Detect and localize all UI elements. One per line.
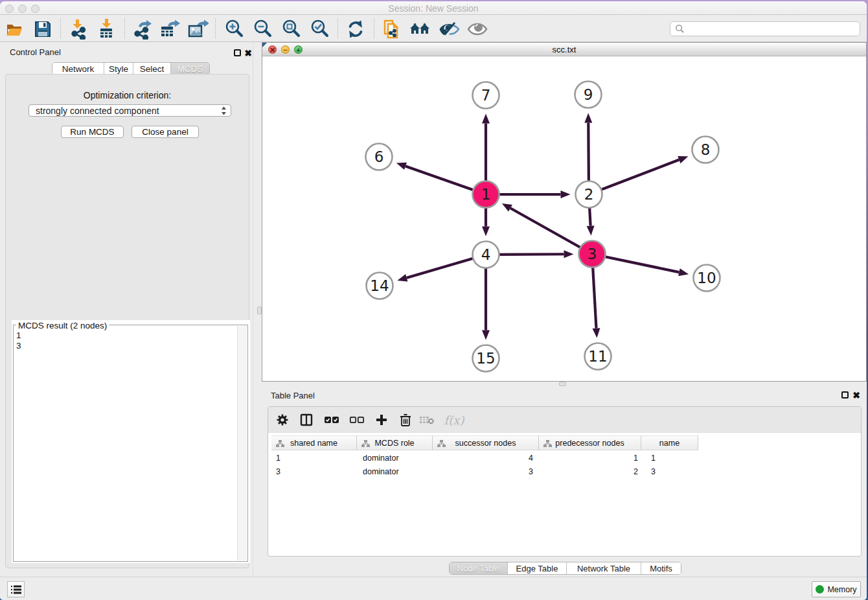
export-image-icon bbox=[187, 18, 209, 40]
application-window: Session: New Session bbox=[0, 1, 867, 600]
save-session-button[interactable] bbox=[31, 17, 54, 41]
graph-node-label: 9 bbox=[584, 86, 593, 103]
mcds-result-list[interactable]: 13 bbox=[16, 330, 21, 351]
search-input[interactable] bbox=[687, 24, 860, 34]
list-icon bbox=[11, 585, 21, 594]
mcds-result-fieldset: MCDS result (2 nodes) 13 bbox=[13, 325, 248, 562]
export-image-button[interactable] bbox=[186, 17, 209, 41]
export-network-button[interactable] bbox=[131, 17, 154, 41]
export-table-button[interactable] bbox=[158, 17, 181, 41]
column-header-name[interactable]: name bbox=[641, 435, 698, 450]
delete-table-icon bbox=[419, 415, 435, 425]
graph-node-label: 11 bbox=[588, 348, 607, 365]
close-panel-button[interactable]: Close panel bbox=[131, 126, 199, 138]
toolbar-separator bbox=[124, 18, 125, 40]
apply-layout-button[interactable] bbox=[344, 17, 367, 41]
cell-predecessor-nodes: 2 bbox=[539, 465, 638, 478]
graph-node-label: 1 bbox=[481, 186, 491, 203]
column-header-successor-nodes[interactable]: successor nodes bbox=[433, 435, 539, 450]
tab-style[interactable]: Style bbox=[104, 63, 133, 75]
select-all-button[interactable] bbox=[321, 410, 342, 430]
control-panel-float-button[interactable] bbox=[234, 49, 241, 56]
checked-boxes-icon bbox=[324, 415, 339, 425]
unchecked-boxes-icon bbox=[349, 415, 365, 425]
tab-network-table[interactable]: Network Table bbox=[567, 562, 641, 574]
zoom-fit-button[interactable] bbox=[280, 17, 303, 41]
cell-predecessor-nodes: 1 bbox=[539, 451, 638, 465]
table-row[interactable]: 3 dominator 3 2 3 bbox=[269, 465, 696, 478]
control-panel-close-button[interactable]: ✖ bbox=[244, 49, 253, 58]
add-row-button[interactable] bbox=[371, 410, 392, 430]
graph-edge[interactable] bbox=[589, 160, 679, 194]
toolbar-separator bbox=[374, 18, 374, 40]
first-neighbors-button[interactable] bbox=[408, 17, 431, 41]
zoom-out-button[interactable] bbox=[251, 17, 275, 41]
delete-row-button[interactable] bbox=[395, 410, 416, 430]
toolbar-separator bbox=[337, 18, 338, 40]
deselect-all-button[interactable] bbox=[347, 410, 367, 430]
search-icon bbox=[675, 24, 685, 34]
vertical-splitter-handle[interactable] bbox=[257, 306, 262, 314]
cell-shared-name: 3 bbox=[276, 465, 354, 478]
table-tabs: Node Table Edge Table Network Table Moti… bbox=[449, 562, 681, 575]
new-network-from-selection-button[interactable] bbox=[380, 17, 404, 41]
first-neighbors-icon bbox=[409, 18, 431, 40]
graph-node-label: 14 bbox=[370, 277, 389, 294]
column-label: shared name bbox=[290, 439, 337, 448]
mcds-result-scrollbar[interactable] bbox=[237, 326, 247, 560]
network-graph-canvas[interactable]: 1234678910111415 bbox=[262, 57, 866, 381]
run-mcds-button[interactable]: Run MCDS bbox=[61, 126, 124, 138]
table-panel: Table Panel ✖ bbox=[262, 386, 867, 577]
zoom-in-button[interactable] bbox=[223, 17, 246, 41]
select-chevrons-icon bbox=[221, 106, 227, 115]
network-window-title: scc.txt bbox=[262, 45, 866, 54]
graph-edge-arrowhead bbox=[678, 156, 688, 163]
desktop: { "window": { "title": "Session: New Ses… bbox=[0, 0, 868, 600]
cell-successor-nodes: 4 bbox=[433, 451, 533, 465]
graph-edge-arrowhead bbox=[482, 330, 490, 340]
trash-icon bbox=[400, 413, 411, 426]
attribute-icon bbox=[437, 439, 446, 448]
network-window-titlebar[interactable]: ✕ − + scc.txt bbox=[262, 43, 866, 56]
search-field[interactable] bbox=[670, 21, 860, 36]
graph-node-label: 15 bbox=[476, 350, 495, 367]
show-column-button[interactable] bbox=[296, 410, 317, 430]
graph-edge-arrowhead bbox=[482, 227, 490, 237]
tab-network[interactable]: Network bbox=[52, 63, 104, 75]
table-panel-close-button[interactable]: ✖ bbox=[852, 391, 861, 400]
save-session-icon bbox=[34, 20, 52, 38]
graph-node-label: 3 bbox=[588, 246, 597, 262]
graph-edge-arrowhead bbox=[396, 163, 407, 170]
network-view-window: ✕ − + scc.txt 1234678910111415 bbox=[262, 42, 867, 382]
table-panel-float-button[interactable] bbox=[841, 391, 849, 398]
graph-edge-arrowhead bbox=[564, 250, 573, 258]
delete-table-button[interactable] bbox=[417, 410, 437, 430]
table-row[interactable]: 1 dominator 4 1 1 bbox=[269, 451, 696, 465]
plus-icon bbox=[375, 413, 388, 426]
tab-node-table[interactable]: Node Table bbox=[450, 562, 508, 574]
task-history-button[interactable] bbox=[7, 581, 25, 597]
column-header-mcds-role[interactable]: MCDS role bbox=[357, 435, 433, 450]
column-header-predecessor-nodes[interactable]: predecessor nodes bbox=[539, 435, 641, 450]
import-table-button[interactable] bbox=[95, 17, 118, 41]
tab-edge-table[interactable]: Edge Table bbox=[508, 562, 567, 574]
column-settings-button[interactable] bbox=[272, 410, 293, 430]
hide-selected-button[interactable] bbox=[437, 17, 461, 41]
zoom-selected-button[interactable] bbox=[308, 17, 332, 41]
optimization-criterion-select[interactable]: strongly connected component bbox=[29, 104, 231, 117]
tab-select[interactable]: Select bbox=[133, 63, 171, 75]
import-network-button[interactable] bbox=[66, 17, 89, 41]
function-builder-button[interactable]: f(x) bbox=[441, 410, 467, 430]
column-header-shared-name[interactable]: shared name bbox=[271, 435, 357, 450]
show-all-button[interactable] bbox=[466, 17, 489, 41]
control-panel-title: Control Panel bbox=[10, 47, 61, 57]
toolbar-separator bbox=[60, 18, 61, 40]
zoom-fit-icon bbox=[281, 19, 302, 40]
column-label: name bbox=[659, 439, 680, 448]
import-table-icon bbox=[96, 19, 117, 40]
tab-motifs[interactable]: Motifs bbox=[641, 562, 681, 574]
memory-status-icon bbox=[816, 585, 824, 594]
memory-button[interactable]: Memory bbox=[812, 581, 861, 597]
open-file-button[interactable] bbox=[3, 17, 26, 41]
tab-mcds[interactable]: MCDS bbox=[171, 63, 209, 75]
